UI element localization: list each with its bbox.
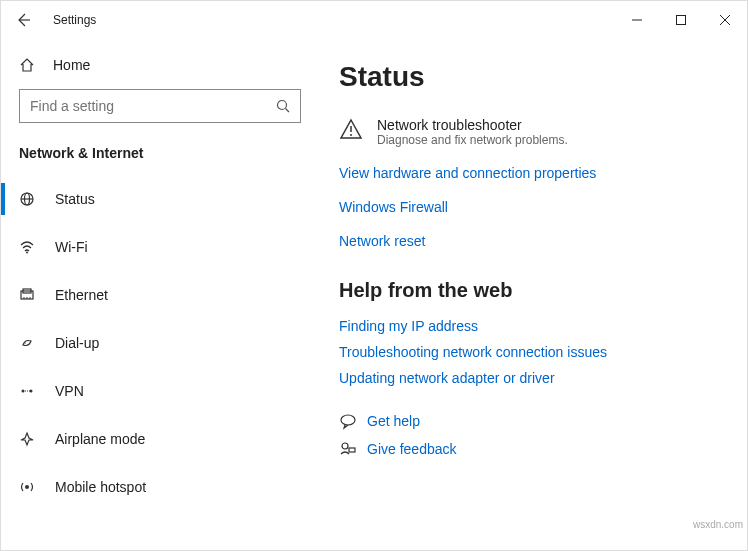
svg-point-9 (26, 252, 28, 254)
svg-point-15 (24, 342, 25, 343)
link-network-reset[interactable]: Network reset (339, 233, 729, 249)
ethernet-icon (19, 287, 41, 303)
sidebar-item-label: Mobile hotspot (55, 479, 146, 495)
sidebar-item-wifi[interactable]: Wi-Fi (1, 223, 319, 271)
troubleshooter-title: Network troubleshooter (377, 117, 568, 133)
help-link-adapter[interactable]: Updating network adapter or driver (339, 370, 729, 386)
search-icon (276, 99, 290, 113)
minimize-button[interactable] (615, 4, 659, 36)
sidebar-section-title: Network & Internet (1, 135, 319, 175)
maximize-button[interactable] (659, 4, 703, 36)
sidebar-item-dialup[interactable]: Dial-up (1, 319, 319, 367)
troubleshooter-subtitle: Diagnose and fix network problems. (377, 133, 568, 147)
main-content: Status Network troubleshooter Diagnose a… (319, 39, 747, 550)
help-heading: Help from the web (339, 279, 729, 302)
watermark: wsxdn.com (693, 519, 743, 530)
sidebar-item-ethernet[interactable]: Ethernet (1, 271, 319, 319)
help-link-troubleshoot[interactable]: Troubleshooting network connection issue… (339, 344, 729, 360)
sidebar-item-label: Status (55, 191, 95, 207)
titlebar: Settings (1, 1, 747, 39)
search-wrap (1, 83, 319, 135)
home-icon (19, 57, 41, 73)
sidebar-item-label: Wi-Fi (55, 239, 88, 255)
give-feedback-link: Give feedback (367, 441, 457, 457)
sidebar-item-label: Dial-up (55, 335, 99, 351)
svg-point-22 (341, 415, 355, 425)
window-controls (615, 4, 747, 36)
home-label: Home (53, 57, 90, 73)
search-box[interactable] (19, 89, 301, 123)
body: Home Network & Internet Status (1, 39, 747, 550)
give-feedback-row[interactable]: Give feedback (339, 440, 729, 458)
get-help-row[interactable]: Get help (339, 412, 729, 430)
page-title: Status (339, 61, 729, 93)
help-link-ip[interactable]: Finding my IP address (339, 318, 729, 334)
titlebar-left: Settings (1, 12, 96, 28)
back-arrow-icon[interactable] (15, 12, 39, 28)
troubleshooter-text: Network troubleshooter Diagnose and fix … (377, 117, 568, 147)
svg-point-21 (350, 134, 352, 136)
svg-point-4 (278, 101, 287, 110)
warning-icon (339, 117, 367, 141)
svg-point-23 (342, 443, 348, 449)
vpn-icon (19, 383, 41, 399)
home-nav-item[interactable]: Home (1, 47, 319, 83)
svg-rect-1 (677, 16, 686, 25)
svg-point-19 (25, 485, 29, 489)
sidebar-item-hotspot[interactable]: Mobile hotspot (1, 463, 319, 511)
help-chat-icon (339, 412, 367, 430)
svg-line-5 (286, 109, 290, 113)
wifi-icon (19, 239, 41, 255)
get-help-link: Get help (367, 413, 420, 429)
sidebar: Home Network & Internet Status (1, 39, 319, 550)
sidebar-item-label: Ethernet (55, 287, 108, 303)
footer-links: Get help Give feedback (339, 412, 729, 458)
airplane-icon (19, 431, 41, 447)
status-icon (19, 191, 41, 207)
dialup-icon (19, 335, 41, 351)
search-input[interactable] (30, 98, 276, 114)
sidebar-item-status[interactable]: Status (1, 175, 319, 223)
feedback-icon (339, 440, 367, 458)
hotspot-icon (19, 479, 41, 495)
sidebar-item-label: VPN (55, 383, 84, 399)
sidebar-item-label: Airplane mode (55, 431, 145, 447)
sidebar-nav: Status Wi-Fi Ethernet Dial-up (1, 175, 319, 511)
link-hardware-properties[interactable]: View hardware and connection properties (339, 165, 729, 181)
svg-rect-24 (349, 448, 355, 452)
sidebar-item-vpn[interactable]: VPN (1, 367, 319, 415)
close-button[interactable] (703, 4, 747, 36)
troubleshooter-row[interactable]: Network troubleshooter Diagnose and fix … (339, 117, 729, 147)
sidebar-item-airplane[interactable]: Airplane mode (1, 415, 319, 463)
window-title: Settings (53, 13, 96, 27)
link-windows-firewall[interactable]: Windows Firewall (339, 199, 729, 215)
